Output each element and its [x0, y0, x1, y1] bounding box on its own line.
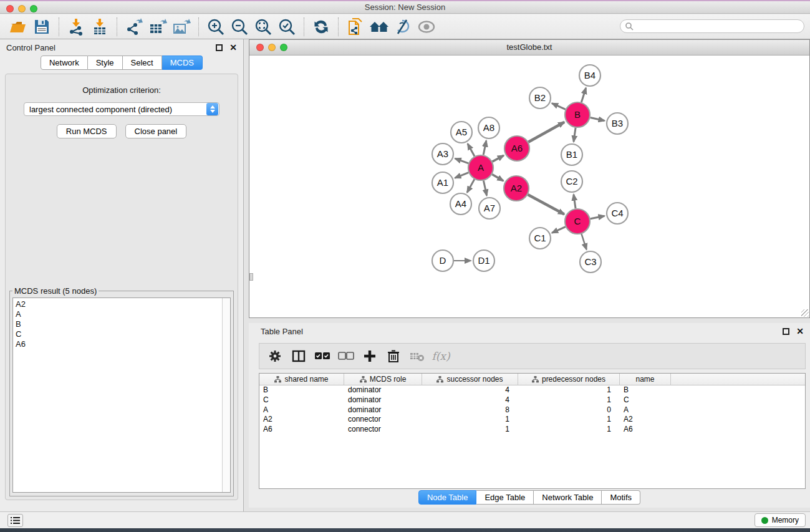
close-panel-button[interactable]: Close panel [125, 124, 187, 138]
show-hide-button[interactable] [415, 16, 438, 37]
network-node-C2[interactable]: C2 [561, 171, 582, 192]
cell-shared-name[interactable]: C [259, 395, 344, 405]
table-row[interactable]: B dominator 4 1 B [259, 385, 805, 395]
unselect-all-button[interactable] [335, 346, 357, 367]
network-node-C[interactable]: C [565, 209, 590, 234]
cell-predecessor-nodes[interactable]: 1 [518, 385, 620, 395]
network-edge-A-A5[interactable] [468, 143, 475, 156]
network-node-A1[interactable]: A1 [432, 172, 453, 193]
close-view-icon[interactable] [256, 44, 264, 51]
export-table-button[interactable] [146, 16, 170, 37]
network-node-A5[interactable]: A5 [451, 122, 472, 143]
cell-mcds-role[interactable]: connector [344, 425, 422, 435]
table-row[interactable]: A dominator 8 0 A [259, 405, 805, 415]
network-node-A2[interactable]: A2 [504, 176, 529, 201]
result-item[interactable]: C [16, 329, 222, 339]
result-item[interactable]: A6 [16, 339, 222, 349]
function-builder-button[interactable]: f(x) [430, 346, 451, 367]
network-window-titlebar[interactable]: testGlobe.txt [249, 40, 809, 56]
network-edge-A-A7[interactable] [483, 181, 486, 196]
network-node-B2[interactable]: B2 [529, 87, 551, 109]
criterion-dropdown[interactable]: largest connected component (directed) [24, 102, 219, 116]
open-file-button[interactable] [6, 16, 30, 37]
import-network-button[interactable] [64, 16, 88, 37]
column-header-successor-nodes[interactable]: successor nodes [422, 374, 518, 385]
cell-predecessor-nodes[interactable]: 1 [518, 395, 620, 405]
tab-network[interactable]: Network [41, 56, 88, 70]
minimize-view-icon[interactable] [268, 44, 276, 51]
cell-mcds-role[interactable]: dominator [344, 385, 422, 395]
network-node-A8[interactable]: A8 [478, 117, 499, 138]
network-edge-A-A8[interactable] [483, 141, 486, 155]
network-edge-B-B4[interactable] [581, 88, 586, 102]
zoom-window-icon[interactable] [30, 5, 37, 12]
network-node-D[interactable]: D [432, 250, 453, 271]
resize-grip[interactable] [801, 309, 809, 317]
cell-shared-name[interactable]: A6 [259, 425, 344, 435]
network-node-C1[interactable]: C1 [529, 228, 551, 249]
float-panel-icon[interactable] [216, 44, 223, 51]
network-node-A7[interactable]: A7 [479, 198, 500, 219]
result-scrollbar[interactable] [222, 298, 230, 492]
import-table-button[interactable] [88, 16, 112, 37]
close-window-icon[interactable] [6, 5, 14, 12]
cell-successor-nodes[interactable]: 8 [422, 405, 518, 415]
delete-column-button[interactable] [383, 346, 404, 367]
close-panel-icon[interactable]: ✕ [229, 44, 237, 51]
network-edge-B-B1[interactable] [574, 128, 576, 142]
network-edge-C-C4[interactable] [591, 216, 605, 219]
cell-shared-name[interactable]: A [259, 405, 344, 415]
zoom-out-button[interactable] [228, 16, 251, 37]
network-node-A[interactable]: A [468, 155, 493, 180]
network-edge-A-A3[interactable] [455, 158, 468, 163]
network-edge-B-B3[interactable] [591, 117, 605, 120]
network-node-B4[interactable]: B4 [579, 65, 600, 86]
vertical-scroll-nub[interactable] [249, 273, 253, 281]
network-edge-B-B2[interactable] [552, 104, 566, 110]
column-header-shared-name[interactable]: shared name [259, 374, 344, 385]
minimize-window-icon[interactable] [18, 5, 26, 12]
save-session-button[interactable] [30, 16, 54, 37]
close-table-panel-icon[interactable]: ✕ [796, 328, 804, 335]
result-item[interactable]: B [16, 319, 222, 329]
column-header-predecessor-nodes[interactable]: predecessor nodes [518, 374, 620, 385]
tab-style[interactable]: Style [88, 56, 123, 70]
tab-node-table[interactable]: Node Table [418, 490, 477, 505]
column-header-name[interactable]: name [620, 374, 671, 385]
search-input[interactable] [634, 21, 804, 32]
network-node-A3[interactable]: A3 [432, 143, 453, 165]
network-node-C4[interactable]: C4 [607, 203, 628, 224]
cell-mcds-role[interactable]: dominator [344, 405, 422, 415]
cell-name[interactable]: A [620, 405, 671, 415]
cell-name[interactable]: A2 [620, 415, 671, 425]
network-node-A4[interactable]: A4 [450, 193, 471, 215]
table-row[interactable]: A2 connector 1 1 A2 [259, 415, 805, 425]
network-node-A6[interactable]: A6 [504, 136, 529, 161]
run-mcds-button[interactable]: Run MCDS [57, 124, 117, 138]
table-row[interactable]: C dominator 4 1 C [259, 395, 805, 405]
network-edge-A6-B[interactable] [528, 122, 564, 142]
network-edge-C-C1[interactable] [552, 227, 566, 233]
hide-labels-button[interactable] [391, 16, 415, 37]
cell-name[interactable]: A6 [620, 425, 671, 435]
delete-table-button[interactable] [407, 346, 428, 367]
network-edge-A-A2[interactable] [492, 175, 503, 181]
show-column-button[interactable] [288, 346, 309, 367]
maximize-view-icon[interactable] [280, 44, 287, 51]
cell-predecessor-nodes[interactable]: 1 [518, 425, 620, 435]
network-edge-A2-C[interactable] [528, 195, 564, 215]
network-node-D1[interactable]: D1 [473, 250, 494, 271]
export-image-button[interactable] [170, 16, 193, 37]
network-node-C3[interactable]: C3 [580, 251, 601, 273]
home-button[interactable] [367, 16, 391, 37]
network-edge-C-C3[interactable] [581, 234, 586, 249]
cell-successor-nodes[interactable]: 1 [422, 425, 518, 435]
zoom-selected-button[interactable] [275, 16, 299, 37]
table-settings-button[interactable] [264, 346, 286, 367]
tab-select[interactable]: Select [123, 56, 162, 70]
cell-predecessor-nodes[interactable]: 0 [518, 405, 620, 415]
select-all-button[interactable] [312, 346, 333, 367]
refresh-button[interactable] [309, 16, 333, 37]
zoom-fit-button[interactable] [251, 16, 275, 37]
task-history-button[interactable] [7, 514, 23, 527]
